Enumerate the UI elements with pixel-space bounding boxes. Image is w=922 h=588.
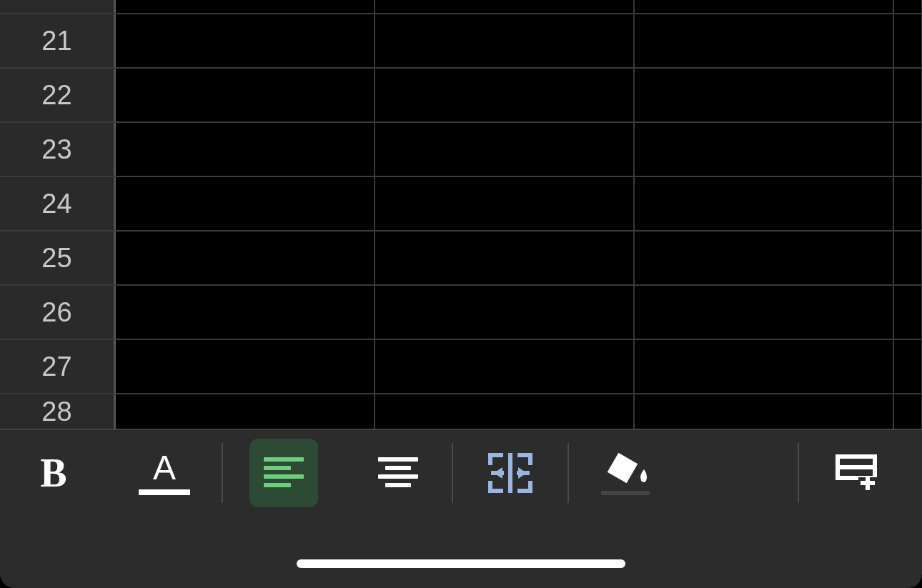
cell[interactable]: [635, 231, 894, 284]
row-header[interactable]: 25: [0, 231, 116, 284]
align-left-icon: [264, 457, 304, 489]
cell[interactable]: [116, 340, 375, 393]
cell[interactable]: [375, 69, 635, 121]
bold-button[interactable]: B: [0, 430, 107, 516]
align-center-button[interactable]: [344, 430, 452, 516]
home-indicator[interactable]: [297, 559, 625, 568]
row-header[interactable]: 26: [0, 286, 116, 339]
cell[interactable]: [116, 0, 375, 13]
cell[interactable]: [116, 394, 375, 429]
bold-icon: B: [40, 450, 66, 496]
text-color-button[interactable]: A: [107, 430, 222, 516]
cell[interactable]: [375, 394, 635, 429]
cell[interactable]: [116, 123, 375, 176]
cell[interactable]: [116, 14, 375, 67]
cell[interactable]: [635, 286, 894, 339]
freeze-panes-button[interactable]: [799, 430, 913, 516]
freeze-panes-icon: [836, 454, 877, 492]
table-row[interactable]: 26: [0, 284, 922, 339]
table-row[interactable]: 23: [0, 121, 922, 176]
cell[interactable]: [116, 177, 375, 230]
cell[interactable]: [894, 231, 922, 284]
cell[interactable]: [894, 0, 922, 13]
toolbar-row: B A: [0, 430, 922, 516]
cell[interactable]: [894, 286, 922, 339]
align-center-icon: [378, 457, 418, 489]
row-header[interactable]: 22: [0, 69, 116, 121]
cell[interactable]: [635, 177, 894, 230]
merge-cells-button[interactable]: [453, 430, 567, 516]
table-row[interactable]: 25: [0, 230, 922, 284]
cell[interactable]: [116, 231, 375, 284]
borders-button[interactable]: [683, 430, 798, 516]
divider: [567, 443, 569, 503]
cell[interactable]: [375, 231, 635, 284]
table-row[interactable]: 22: [0, 67, 922, 121]
cell[interactable]: [635, 340, 894, 393]
table-row[interactable]: 27: [0, 339, 922, 393]
cell[interactable]: [635, 123, 894, 176]
cell[interactable]: [894, 177, 922, 230]
cell[interactable]: [635, 14, 894, 67]
text-color-icon: A: [139, 447, 190, 499]
align-left-button[interactable]: [223, 430, 344, 516]
cell[interactable]: [635, 394, 894, 429]
cell[interactable]: [375, 0, 635, 13]
table-row[interactable]: 21: [0, 13, 922, 67]
cell[interactable]: [375, 340, 635, 393]
row-header[interactable]: [0, 0, 116, 13]
fill-color-button[interactable]: [569, 430, 683, 516]
spreadsheet-grid[interactable]: 21 22 23 24 25 26 27: [0, 0, 922, 429]
cell[interactable]: [894, 14, 922, 67]
fill-color-icon: [601, 451, 651, 495]
table-row[interactable]: [0, 0, 922, 13]
cell[interactable]: [116, 286, 375, 339]
merge-cells-icon: [488, 453, 532, 493]
cell[interactable]: [375, 286, 635, 339]
cell[interactable]: [116, 69, 375, 121]
table-row[interactable]: 28: [0, 393, 922, 429]
cell[interactable]: [375, 14, 635, 67]
row-header[interactable]: 23: [0, 123, 116, 176]
cell[interactable]: [894, 394, 922, 429]
cell[interactable]: [635, 69, 894, 121]
cell[interactable]: [894, 69, 922, 121]
table-row[interactable]: 24: [0, 176, 922, 230]
cell[interactable]: [375, 123, 635, 176]
cell[interactable]: [894, 123, 922, 176]
cell[interactable]: [375, 177, 635, 230]
row-header[interactable]: 27: [0, 340, 116, 393]
cell[interactable]: [635, 0, 894, 13]
format-toolbar: B A: [0, 429, 922, 588]
cell[interactable]: [894, 340, 922, 393]
row-header[interactable]: 28: [0, 394, 116, 429]
row-header[interactable]: 21: [0, 14, 116, 67]
row-header[interactable]: 24: [0, 177, 116, 230]
